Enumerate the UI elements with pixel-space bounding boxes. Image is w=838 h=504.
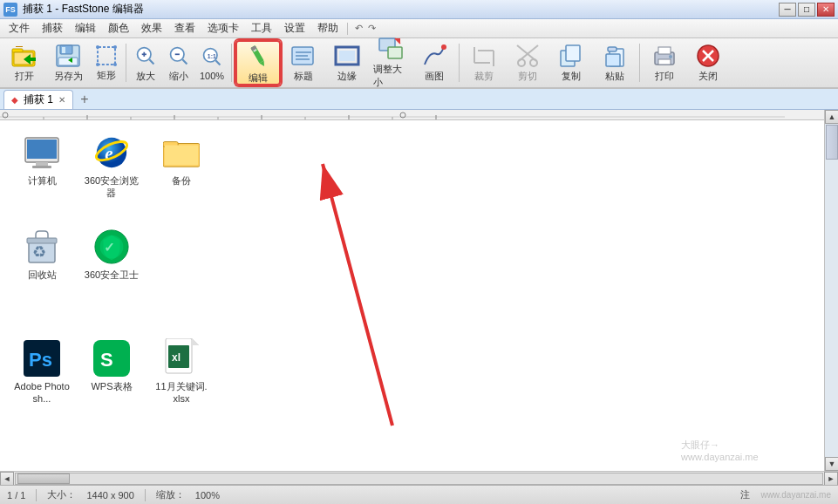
rect-button[interactable]: 矩形 [91,41,122,85]
zoom-label: 缩放： [156,488,185,501]
ps-icon-item[interactable]: Ps Adobe Photosh... [10,337,73,409]
print-button[interactable]: 打印 [644,41,685,85]
save-button[interactable]: 另存为 [47,41,89,85]
menu-tools[interactable]: 工具 [246,19,277,37]
window-controls: ─ □ ✕ [779,3,835,17]
watermark: 大眼仔→ www.dayanzai.me [681,431,821,467]
tab-0[interactable]: ◆ 捕获 1 ✕ [3,90,73,109]
redo-button[interactable]: ↷ [368,23,376,34]
copy-label: 复制 [562,70,581,83]
svg-rect-8 [58,58,78,65]
computer-icon [24,134,60,171]
svg-point-12 [113,45,117,49]
computer-icon-item[interactable]: 计算机 [10,131,73,190]
folder-label: 备份 [172,174,191,187]
menu-settings[interactable]: 设置 [279,19,310,37]
toolbar-separator-4 [639,44,640,82]
recycle-icon-item[interactable]: ♻ 回收站 [10,225,73,284]
svg-text:S: S [100,349,113,371]
open-button[interactable]: 打开 [3,41,45,85]
menu-effect[interactable]: 效果 [136,19,167,37]
scroll-down-button[interactable]: ▼ [825,457,838,471]
zoom-100-label: 100% [200,71,224,81]
zoom-out-button[interactable]: 缩小 [163,41,194,85]
maximize-button[interactable]: □ [798,3,815,17]
scrollbar-horizontal-container: ◄ ► [0,471,838,485]
undo-button[interactable]: ↶ [355,23,363,34]
close-window-button[interactable]: ✕ [817,3,835,17]
draw-button[interactable]: 画图 [413,41,455,85]
tab-0-close[interactable]: ✕ [58,95,65,105]
app-window: FS 捕获 1 - FastStone 编辑器 ─ □ ✕ 文件 捕获 编辑 颜… [0,0,838,504]
toolbar-separator-1 [126,44,126,82]
print-label: 打印 [655,70,674,83]
svg-rect-54 [658,47,671,54]
tab-add-button[interactable]: + [75,90,94,109]
copy-icon [557,44,585,68]
folder-icon [163,134,200,171]
svg-point-56 [669,55,672,58]
ps-icon: Ps [24,340,60,377]
folder-icon-item[interactable]: 备份 [150,131,213,190]
resize-button[interactable]: 调整大小 [370,41,412,85]
paste-button[interactable]: 粘贴 [594,41,636,85]
status-divider-2 [145,489,146,501]
draw-icon [420,44,448,68]
svg-rect-36 [388,47,402,58]
label-button[interactable]: 标题 [283,41,324,85]
scroll-thumb-v[interactable] [826,125,838,160]
svg-text:1:1: 1:1 [208,53,216,59]
safe-icon-item[interactable]: ✓ 360安全卫士 [80,225,143,284]
zoom-in-button[interactable]: 放大 [130,41,161,85]
menu-view[interactable]: 查看 [169,19,201,37]
paste-icon [601,44,629,68]
zoom-in-label: 放大 [136,70,155,83]
scroll-thumb-h[interactable] [17,473,70,484]
menu-capture[interactable]: 捕获 [37,19,68,37]
tab-0-label: 捕获 1 [24,92,53,107]
menu-edit[interactable]: 编辑 [70,19,101,37]
canvas-main: 计算机 [0,110,824,471]
menu-color[interactable]: 颜色 [103,19,134,37]
canvas-area: 计算机 [0,110,838,471]
menu-tabs[interactable]: 选项卡 [202,19,244,37]
xlsx-icon-item[interactable]: xl 11月关键词.xlsx [150,337,213,409]
close-button[interactable]: 关闭 [687,41,729,85]
zoom-100-button[interactable]: 1:1 100% [196,41,228,85]
scroll-left-button[interactable]: ◄ [0,472,14,486]
svg-text:xl: xl [172,351,181,364]
ie-icon: e [93,134,130,171]
edit-button[interactable]: 编辑 [235,40,281,85]
svg-rect-85 [165,145,198,165]
cut-icon [514,44,542,68]
crop-icon [470,44,498,68]
svg-text:www.dayanzai.me: www.dayanzai.me [681,452,759,462]
ie-icon-item[interactable]: e 360安全浏览器 [80,131,143,203]
menu-help[interactable]: 帮助 [312,19,344,37]
wps-icon-item[interactable]: S WPS表格 [80,337,143,396]
scroll-track-v[interactable] [825,124,838,457]
menu-file[interactable]: 文件 [3,19,35,37]
resize-icon [377,37,405,61]
cut-button[interactable]: 剪切 [507,41,548,85]
xlsx-label: 11月关键词.xlsx [155,380,207,405]
scroll-up-button[interactable]: ▲ [825,110,838,124]
crop-button[interactable]: 裁剪 [463,41,505,85]
status-divider-1 [36,489,37,501]
zoom-out-icon [168,44,189,68]
wps-label: WPS表格 [91,380,132,392]
minimize-button[interactable]: ─ [779,3,796,17]
zoom-out-label: 缩小 [169,70,188,83]
border-button[interactable]: 边缘 [326,41,368,85]
svg-line-24 [215,60,220,65]
scrollbar-track-h[interactable] [15,473,823,485]
rect-label: 矩形 [97,69,116,82]
ps-label: Adobe Photosh... [14,380,70,405]
copy-button[interactable]: 复制 [550,41,592,85]
recycle-icon: ♻ [24,228,60,265]
scroll-right-button[interactable]: ► [824,472,838,486]
zoom-value: 100% [195,490,220,501]
ruler-horizontal [0,110,824,120]
desktop-content: 计算机 [10,120,824,471]
safe360-icon: ✓ [93,228,130,265]
